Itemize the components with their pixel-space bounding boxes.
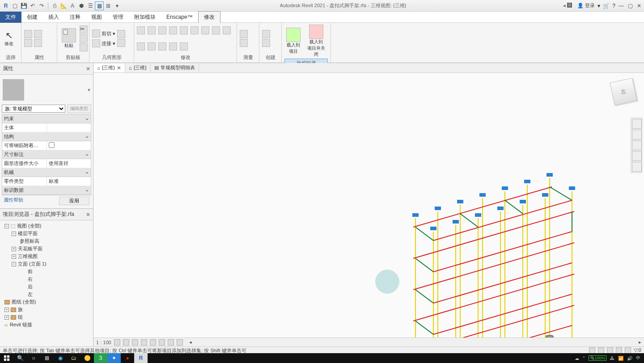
explorer-icon[interactable]: 🗂 [67, 353, 80, 363]
copy-clip-icon[interactable] [80, 34, 88, 42]
visual-style-icon[interactable] [123, 339, 129, 346]
mirror-icon[interactable] [158, 26, 166, 34]
copy-icon[interactable] [223, 26, 231, 34]
browser-close-icon[interactable]: ✕ [86, 211, 90, 218]
family-category-select[interactable]: 族: 常规模型 [2, 105, 65, 113]
redo-icon[interactable]: ↷ [38, 2, 46, 10]
cut-clip-icon[interactable]: ✂ [80, 25, 88, 34]
collapse-icon[interactable]: ⌄ [85, 151, 89, 158]
trim-icon[interactable] [169, 26, 177, 34]
create-icon-1[interactable] [262, 30, 270, 38]
tab-3d-active[interactable]: ⌂{三维}✕ [93, 63, 125, 72]
tree-views[interactable]: −⬚视图 (全部) [2, 222, 91, 230]
split-icon[interactable] [180, 26, 188, 34]
switch-windows-icon[interactable]: ▾ [113, 2, 121, 10]
tab-close-icon[interactable]: ✕ [117, 65, 121, 71]
tray-network-icon[interactable]: 🖧 [610, 356, 614, 361]
nav-orbit-icon[interactable] [632, 162, 642, 172]
record-icon[interactable]: ● [121, 353, 134, 363]
nav-wheel-icon[interactable] [632, 130, 642, 139]
tree-ceiling[interactable]: +天花板平面 [2, 245, 91, 253]
status-icon-3[interactable] [607, 347, 613, 353]
prop-icon-1[interactable] [24, 30, 32, 38]
app-3d-icon[interactable]: 3 [94, 353, 107, 363]
tree-back[interactable]: 后 [2, 283, 91, 291]
scale-value[interactable]: 1 : 100 [96, 340, 111, 345]
revit-task-icon[interactable]: R [134, 353, 148, 363]
type-dropdown-icon[interactable]: ▾ [88, 87, 90, 93]
group-icon[interactable] [169, 42, 177, 51]
tab-insert[interactable]: 插入 [43, 12, 64, 23]
save-icon[interactable]: 💾 [20, 2, 28, 10]
print-icon[interactable]: ⎙ [51, 2, 59, 10]
infocenter-icon[interactable]: ◂ 🅰 [563, 3, 575, 8]
tree-left[interactable]: 左 [2, 291, 91, 298]
tab-modify[interactable]: 修改 [198, 11, 220, 23]
align-icon[interactable] [137, 26, 145, 34]
prop-icon-2[interactable] [24, 39, 32, 47]
tab-file[interactable]: 文件 [0, 12, 21, 23]
load-close-button[interactable]: 载入到 项目并关闭 [304, 24, 328, 59]
status-icon-5[interactable] [625, 347, 631, 353]
tab-addins[interactable]: 附加模块 [129, 12, 161, 23]
cortana-icon[interactable]: ○ [27, 353, 40, 363]
tree-revit-links[interactable]: ∞Revit 链接 [2, 321, 91, 329]
tab-3d-inactive[interactable]: ⌂{三维} [125, 63, 151, 72]
close-views-icon[interactable]: ⊞ [104, 2, 112, 10]
reveal-icon[interactable] [177, 339, 183, 346]
login-button[interactable]: 👤 登录 [577, 2, 595, 9]
tree-families[interactable]: +族 [2, 306, 91, 313]
prop-icon-3[interactable] [34, 30, 42, 38]
join-geometry-button[interactable]: 连接 ▾ [92, 39, 115, 47]
measure-icon-1[interactable] [240, 30, 248, 38]
maximize-button[interactable]: ▢ [627, 3, 633, 9]
nav-home-icon[interactable] [632, 119, 642, 129]
section-icon[interactable]: ☰ [86, 2, 94, 10]
tab-schedule[interactable]: ▤常规模型明细表 [151, 63, 199, 72]
pin-icon[interactable] [148, 42, 156, 51]
scroll-left-icon[interactable]: ◂ [189, 339, 192, 345]
prop-host-value[interactable] [47, 123, 91, 132]
apply-button[interactable]: 应用 [59, 197, 89, 205]
rotate-icon[interactable] [137, 42, 145, 51]
prop-icon-4[interactable] [34, 39, 42, 47]
rendering-icon[interactable] [150, 339, 156, 346]
tree-right[interactable]: 右 [2, 275, 91, 283]
collapse-icon[interactable]: ⌄ [85, 115, 89, 122]
tree-sheets[interactable]: 图纸 (全部) [2, 298, 91, 306]
undo-icon[interactable]: ↶ [29, 2, 37, 10]
array-icon[interactable] [191, 26, 199, 34]
thin-lines-icon[interactable]: ▦ [95, 2, 103, 10]
search-icon[interactable]: 🔍 [13, 353, 27, 363]
geo-icon-2[interactable] [117, 39, 125, 47]
tree-floorplan[interactable]: −楼层平面 [2, 230, 91, 237]
edge-icon[interactable]: ◉ [54, 353, 67, 363]
shadows-icon[interactable] [141, 339, 147, 346]
delete-icon[interactable] [158, 42, 166, 51]
favorites-icon[interactable]: ▾ [597, 3, 600, 9]
detail-level-icon[interactable] [114, 339, 120, 346]
mod-icon-x[interactable] [180, 42, 188, 51]
tab-create[interactable]: 创建 [21, 12, 43, 23]
properties-close-icon[interactable]: ✕ [86, 66, 90, 72]
collapse-icon[interactable]: ⌄ [85, 133, 89, 140]
load-project-button[interactable]: 载入到 项目 [284, 27, 302, 55]
scale-icon[interactable] [201, 26, 209, 34]
viewcube[interactable]: 左 [610, 78, 637, 106]
status-icon-2[interactable] [598, 347, 604, 353]
prop-connector-value[interactable]: 使用直径 [47, 159, 91, 168]
create-icon-2[interactable] [262, 39, 270, 47]
paste-button[interactable]: 📋粘贴 [60, 27, 78, 50]
chrome-icon[interactable]: 🟡 [80, 353, 94, 363]
tab-view[interactable]: 视图 [86, 12, 107, 23]
prop-parttype-value[interactable]: 标准 [47, 177, 91, 186]
nav-zoom-icon[interactable] [632, 151, 642, 161]
tree-front[interactable]: 前 [2, 268, 91, 275]
move-icon[interactable] [212, 26, 220, 34]
match-icon[interactable] [80, 43, 88, 51]
tray-wifi-icon[interactable]: 📶 [618, 356, 623, 361]
measure-icon[interactable]: 📐 [59, 2, 68, 10]
logo-icon[interactable]: R [2, 2, 10, 10]
collapse-icon[interactable]: ⌄ [85, 187, 89, 194]
scroll-right-icon[interactable]: ▸ [639, 339, 641, 345]
